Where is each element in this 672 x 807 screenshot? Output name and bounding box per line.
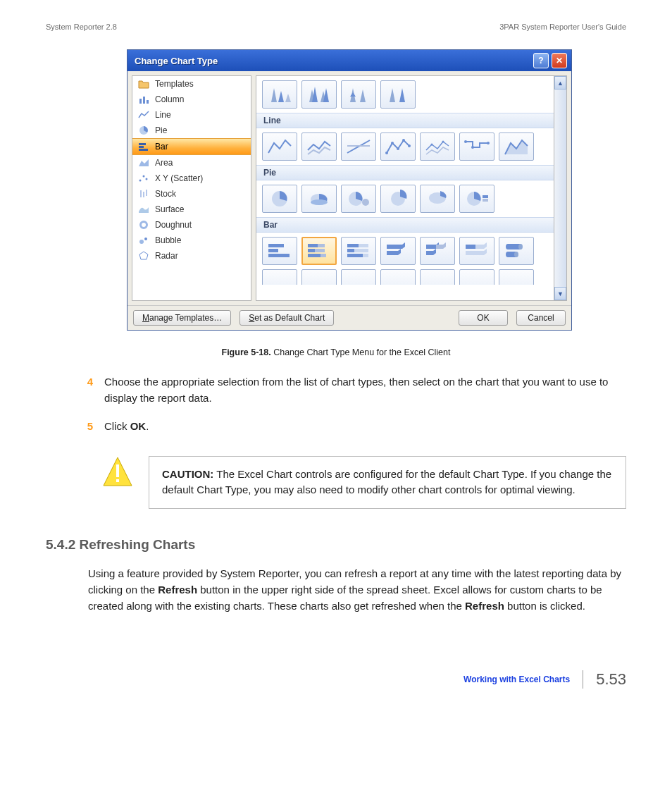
chart-tile-line-7[interactable] (499, 133, 534, 161)
chart-tile-pie-1[interactable] (262, 185, 297, 213)
line-chart-icon (138, 110, 149, 120)
caution-block: CAUTION: The Excel Chart controls are co… (102, 456, 626, 509)
chart-type-sidebar: Templates Column Line Pie Bar (132, 75, 251, 301)
set-default-chart-button[interactable]: Set as Default Chart (239, 310, 334, 326)
sidebar-item-doughnut[interactable]: Doughnut (132, 217, 251, 233)
chart-tile-bar-5[interactable] (420, 237, 455, 265)
svg-point-31 (391, 142, 394, 144)
svg-rect-54 (318, 244, 325, 247)
chart-tile-bar-7[interactable] (499, 237, 534, 265)
svg-point-70 (514, 252, 518, 257)
svg-point-30 (385, 152, 388, 154)
scroll-up-icon[interactable]: ▲ (554, 76, 566, 90)
chart-tile-partial-1[interactable] (262, 269, 297, 285)
svg-marker-27 (360, 90, 366, 102)
bubble-chart-icon (138, 235, 149, 245)
chart-tile-cone-3[interactable] (341, 80, 376, 109)
sidebar-item-label: Stock (155, 189, 176, 199)
chart-tile-pie-6[interactable] (459, 185, 494, 213)
sidebar-item-label: Line (155, 110, 171, 120)
chart-tile-cone-1[interactable] (262, 80, 297, 109)
footer-separator (583, 670, 583, 689)
svg-rect-64 (347, 254, 363, 257)
step-5: 5 Click OK. (85, 419, 619, 435)
svg-rect-52 (268, 254, 290, 257)
dialog-titlebar: Change Chart Type ? ✕ (127, 50, 571, 71)
svg-marker-19 (278, 91, 284, 102)
stock-chart-icon (138, 189, 149, 199)
svg-marker-29 (399, 88, 405, 102)
svg-point-15 (139, 240, 144, 244)
sidebar-item-scatter[interactable]: X Y (Scatter) (132, 171, 251, 186)
chart-tile-line-6[interactable] (459, 133, 494, 161)
svg-point-36 (442, 141, 444, 143)
chart-tile-line-1[interactable] (262, 133, 297, 161)
sidebar-item-label: X Y (Scatter) (155, 173, 203, 183)
cancel-button[interactable]: Cancel (516, 310, 566, 326)
step-number: 5 (85, 419, 93, 435)
svg-point-7 (139, 180, 142, 182)
svg-rect-1 (143, 97, 145, 104)
help-button[interactable]: ? (533, 53, 549, 68)
chart-tile-bar-3[interactable] (341, 237, 376, 265)
chart-tile-line-3[interactable] (341, 133, 376, 161)
sidebar-item-bar[interactable]: Bar (132, 138, 251, 155)
sidebar-item-column[interactable]: Column (132, 92, 251, 107)
svg-point-67 (518, 244, 523, 250)
svg-point-38 (471, 146, 474, 149)
chart-tile-partial-5[interactable] (420, 269, 455, 285)
sidebar-item-label: Doughnut (155, 220, 192, 230)
chart-tile-line-4[interactable] (380, 133, 416, 161)
chart-tile-bar-2[interactable] (301, 237, 337, 265)
sidebar-item-surface[interactable]: Surface (132, 202, 251, 217)
sidebar-item-bubble[interactable]: Bubble (132, 233, 251, 248)
chart-tile-bar-4[interactable] (380, 237, 416, 265)
chart-tile-partial-7[interactable] (499, 269, 534, 285)
svg-point-42 (311, 199, 328, 205)
sidebar-item-templates[interactable]: Templates (132, 76, 251, 92)
manage-templates-button[interactable]: Manage Templates… (133, 310, 231, 326)
ok-button[interactable]: OK (459, 310, 508, 326)
chart-tile-cone-4[interactable] (380, 80, 416, 109)
svg-rect-4 (139, 143, 146, 145)
dialog-title: Change Chart Type (135, 56, 218, 66)
chart-tile-cone-2[interactable] (301, 80, 337, 109)
svg-marker-28 (390, 88, 395, 102)
chart-tile-partial-4[interactable] (380, 269, 416, 285)
svg-point-14 (142, 223, 146, 227)
chart-tile-line-2[interactable] (301, 133, 337, 161)
chart-tile-pie-4[interactable] (380, 185, 416, 213)
sidebar-item-radar[interactable]: Radar (132, 248, 251, 264)
section-heading: 5.4.2 Refreshing Charts (46, 537, 626, 553)
sidebar-item-pie[interactable]: Pie (132, 123, 251, 138)
svg-rect-2 (147, 100, 149, 104)
svg-rect-55 (308, 249, 315, 252)
close-button[interactable]: ✕ (552, 53, 567, 68)
chart-tile-partial-2[interactable] (301, 269, 337, 285)
footer-link[interactable]: Working with Excel Charts (463, 674, 570, 684)
sidebar-item-area[interactable]: Area (132, 155, 251, 171)
chart-tile-pie-2[interactable] (301, 185, 337, 213)
svg-point-34 (408, 144, 411, 147)
sidebar-item-line[interactable]: Line (132, 107, 251, 123)
svg-marker-26 (350, 92, 356, 97)
header-left: System Reporter 2.8 (46, 23, 117, 31)
figure-caption: Figure 5-18. Change Chart Type Menu for … (46, 347, 626, 357)
chart-tile-bar-1[interactable] (262, 237, 297, 265)
folder-icon (138, 79, 149, 89)
bar-chart-icon (138, 142, 149, 152)
chart-tile-partial-6[interactable] (459, 269, 494, 285)
chart-tile-pie-3[interactable] (341, 185, 376, 213)
step-number: 4 (85, 374, 93, 406)
chart-tile-pie-5[interactable] (420, 185, 455, 213)
svg-rect-50 (268, 244, 284, 247)
svg-marker-17 (139, 252, 148, 259)
scroll-down-icon[interactable]: ▼ (554, 287, 566, 300)
chart-tile-partial-3[interactable] (341, 269, 376, 285)
chart-tile-line-5[interactable] (420, 133, 455, 161)
section-body: Using a feature provided by System Repor… (88, 565, 626, 615)
radar-chart-icon (138, 251, 149, 261)
sidebar-item-stock[interactable]: Stock (132, 186, 251, 202)
gallery-scrollbar[interactable]: ▲ ▼ (554, 76, 566, 300)
chart-tile-bar-6[interactable] (459, 237, 494, 265)
